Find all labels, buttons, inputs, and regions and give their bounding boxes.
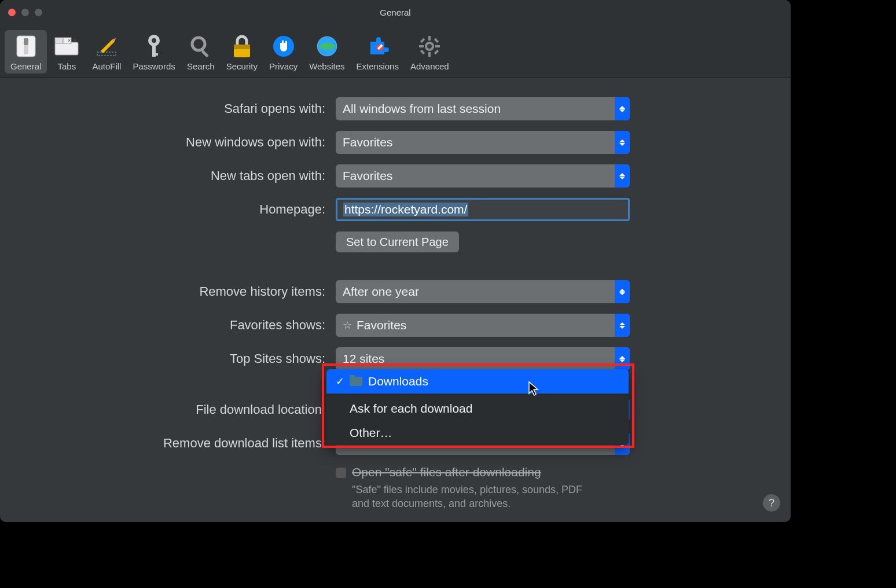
select-value: Favorites: [357, 318, 406, 332]
select-arrows-icon: [615, 131, 630, 154]
folder-icon: [350, 377, 362, 386]
tab-label: Passwords: [133, 61, 175, 71]
select-arrows-icon: [615, 314, 630, 337]
open-safe-files-checkbox[interactable]: [336, 468, 346, 478]
safari-opens-with-label: Safari opens with:: [23, 101, 336, 116]
extensions-puzzle-icon: [365, 34, 390, 59]
svg-text:+: +: [74, 38, 76, 43]
svg-rect-18: [234, 45, 250, 49]
svg-rect-2: [24, 38, 28, 45]
open-safe-files-help: "Safe" files include movies, pictures, s…: [352, 483, 595, 511]
tab-advanced[interactable]: Advanced: [405, 30, 455, 74]
svg-point-33: [427, 44, 432, 49]
svg-point-12: [152, 38, 156, 43]
tab-extensions[interactable]: Extensions: [351, 30, 405, 74]
general-switch-icon: [13, 34, 39, 59]
star-icon: ☆: [343, 319, 352, 332]
new-windows-open-with-label: New windows open with:: [23, 135, 336, 150]
homepage-input[interactable]: https://rocketyard.com/: [336, 198, 630, 221]
menu-item-ask-for-each-download[interactable]: Ask for each download: [326, 396, 629, 421]
favorites-shows-select[interactable]: ☆ Favorites: [336, 314, 630, 337]
safari-opens-with-select[interactable]: All windows from last session: [336, 97, 630, 120]
tab-label: Security: [226, 61, 258, 71]
tab-security[interactable]: Security: [221, 30, 263, 74]
titlebar: General: [0, 0, 791, 24]
tab-privacy[interactable]: Privacy: [263, 30, 303, 74]
tab-label: Extensions: [357, 61, 399, 71]
set-to-current-page-button[interactable]: Set to Current Page: [336, 231, 459, 252]
svg-rect-29: [420, 38, 425, 43]
passwords-key-icon: [141, 34, 167, 59]
svg-rect-3: [55, 42, 78, 55]
menu-item-other[interactable]: Other…: [326, 421, 629, 445]
tab-autofill[interactable]: AutoFill: [86, 30, 127, 74]
select-arrows-icon: [615, 164, 630, 188]
menu-item-label: Ask for each download: [350, 402, 472, 416]
security-lock-icon: [229, 34, 255, 59]
download-location-menu: ✓ Downloads Ask for each download Other…: [326, 369, 629, 445]
top-sites-shows-select[interactable]: 12 sites: [336, 347, 630, 370]
svg-marker-9: [101, 39, 115, 53]
tab-websites[interactable]: Websites: [303, 30, 350, 74]
menu-item-label: Other…: [350, 426, 392, 440]
content-area: Safari opens with: All windows from last…: [0, 78, 791, 511]
websites-globe-icon: [314, 34, 340, 59]
select-arrows-icon: [615, 97, 630, 120]
help-button[interactable]: ?: [763, 494, 780, 512]
svg-rect-4: [55, 38, 63, 43]
svg-text:×: ×: [68, 38, 71, 43]
tab-label: General: [10, 61, 41, 71]
remove-history-items-label: Remove history items:: [23, 284, 336, 299]
tab-label: AutoFill: [92, 61, 121, 71]
select-arrows-icon: [615, 347, 630, 370]
homepage-label: Homepage:: [23, 202, 336, 217]
menu-separator: [326, 395, 629, 395]
window-title: General: [0, 8, 791, 17]
tab-label: Privacy: [269, 61, 298, 71]
svg-rect-28: [435, 45, 440, 47]
button-label: Set to Current Page: [346, 236, 449, 249]
new-tabs-open-with-select[interactable]: Favorites: [336, 164, 630, 188]
tab-label: Search: [187, 61, 215, 71]
svg-rect-25: [428, 36, 431, 41]
remove-download-list-items-label: Remove download list items:: [23, 436, 336, 451]
select-value: 12 sites: [343, 352, 384, 366]
open-safe-files-row: Open "safe" files after downloading "Saf…: [336, 465, 630, 511]
tab-label: Advanced: [410, 61, 449, 71]
svg-rect-27: [419, 45, 424, 47]
svg-rect-31: [434, 38, 439, 43]
tab-tabs[interactable]: ×+ Tabs: [47, 30, 86, 74]
tab-label: Tabs: [58, 61, 76, 71]
tab-general[interactable]: General: [5, 30, 47, 74]
svg-point-15: [192, 38, 205, 50]
autofill-pencil-icon: [94, 34, 119, 59]
search-magnifier-icon: [188, 34, 214, 59]
new-tabs-open-with-label: New tabs open with:: [23, 168, 336, 183]
tab-passwords[interactable]: Passwords: [127, 30, 181, 74]
preferences-window: General General ×+ Tabs AutoFill Passwor…: [0, 0, 791, 522]
tabs-icon: ×+: [54, 34, 79, 59]
menu-item-downloads[interactable]: ✓ Downloads: [326, 369, 629, 394]
tab-search[interactable]: Search: [181, 30, 221, 74]
select-value: Favorites: [343, 135, 392, 149]
open-safe-files-label: Open "safe" files after downloading: [352, 465, 595, 479]
remove-history-items-select[interactable]: After one year: [336, 280, 630, 303]
svg-rect-14: [152, 53, 158, 56]
svg-rect-30: [434, 50, 439, 54]
svg-rect-26: [428, 52, 431, 57]
menu-item-label: Downloads: [368, 374, 428, 388]
new-windows-open-with-select[interactable]: Favorites: [336, 131, 630, 154]
select-value: After one year: [343, 285, 419, 299]
svg-rect-32: [420, 50, 425, 54]
select-value: All windows from last session: [343, 102, 501, 116]
tab-label: Websites: [309, 61, 344, 71]
homepage-value: https://rocketyard.com/: [343, 203, 468, 216]
preferences-toolbar: General ×+ Tabs AutoFill Passwords Searc…: [0, 24, 791, 78]
checkmark-icon: ✓: [336, 375, 345, 388]
advanced-gear-icon: [417, 34, 442, 59]
svg-rect-16: [201, 50, 208, 57]
svg-rect-8: [97, 52, 116, 56]
select-arrows-icon: [615, 280, 630, 303]
select-value: Favorites: [343, 169, 392, 183]
privacy-hand-icon: [271, 34, 296, 59]
